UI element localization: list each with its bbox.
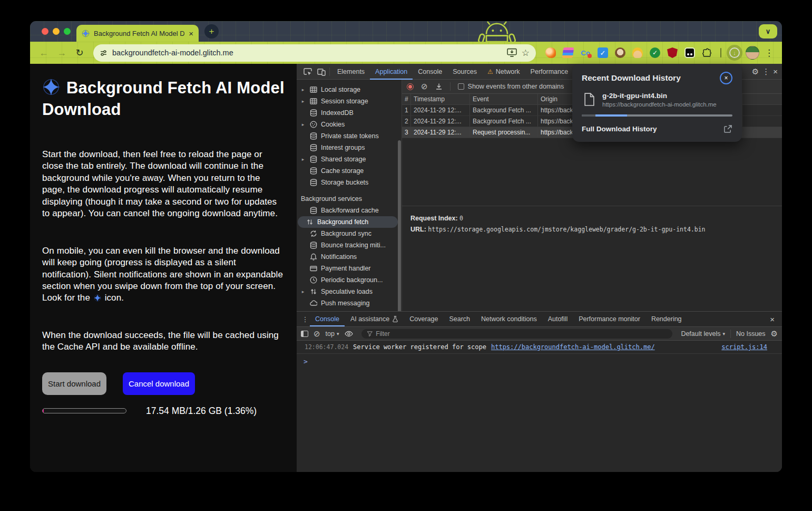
sidebar-item-cookies[interactable]: ▸Cookies xyxy=(297,119,402,130)
sidebar-item-payment-handler[interactable]: Payment handler xyxy=(297,263,402,274)
new-tab-button[interactable]: + xyxy=(204,24,219,38)
sidebar-item-cache-storage[interactable]: Cache storage xyxy=(297,165,402,177)
log-scope-link[interactable]: https://backgroundfetch-ai-model.glitch.… xyxy=(491,343,655,351)
tab-sources[interactable]: Sources xyxy=(447,64,482,80)
install-app-icon[interactable] xyxy=(507,48,517,57)
inspect-element-icon[interactable] xyxy=(301,65,315,79)
sidebar-item-bounce-tracking[interactable]: Bounce tracking miti... xyxy=(297,239,402,251)
download-filename[interactable]: g-2b-it-gpu-int4.bin xyxy=(602,92,717,100)
paragraph-2: On mobile, you can even kill the browser… xyxy=(42,245,285,304)
tab-search-chevron-button[interactable]: ∨ xyxy=(759,24,777,38)
extension-blue-check-icon[interactable]: ✓ xyxy=(598,47,608,58)
col-event[interactable]: Event xyxy=(470,94,538,104)
profile-avatar[interactable] xyxy=(746,46,759,60)
cancel-download-button[interactable]: Cancel download xyxy=(123,372,195,395)
issues-counter[interactable]: No Issues xyxy=(736,330,766,338)
checkbox-icon[interactable] xyxy=(458,83,464,90)
extension-dark-square-icon[interactable] xyxy=(684,47,695,58)
browser-tab[interactable]: Background Fetch AI Model D × xyxy=(76,25,199,42)
sidebar-item-periodic-background-sync[interactable]: Periodic backgroun... xyxy=(297,274,402,286)
tab-close-icon[interactable]: × xyxy=(189,30,193,37)
sidebar-item-back-forward-cache[interactable]: Back/forward cache xyxy=(297,205,402,216)
save-events-icon[interactable] xyxy=(435,83,443,90)
clear-console-icon[interactable]: ⊘ xyxy=(314,329,320,339)
drawer-tab-performance-monitor[interactable]: Performance monitor xyxy=(573,312,645,326)
extensions-puzzle-icon[interactable] xyxy=(702,48,712,58)
context-selector[interactable]: top▾ xyxy=(326,330,339,338)
download-item[interactable]: g-2b-it-gpu-int4.bin https://backgroundf… xyxy=(582,92,732,108)
back-button[interactable]: ← xyxy=(36,45,51,60)
col-num[interactable]: # xyxy=(402,94,411,104)
drawer-tab-console[interactable]: Console xyxy=(310,312,345,326)
expand-caret-icon[interactable]: ▸ xyxy=(300,289,306,294)
tab-performance[interactable]: Performance xyxy=(525,64,574,80)
drawer-tab-rendering[interactable]: Rendering xyxy=(646,312,687,326)
sidebar-item-local-storage[interactable]: ▸Local storage xyxy=(297,84,402,95)
tab-application[interactable]: Application xyxy=(370,64,413,80)
window-minimize-button[interactable] xyxy=(53,28,60,35)
drawer-close-icon[interactable]: × xyxy=(770,315,778,324)
reload-button[interactable]: ↻ xyxy=(72,45,87,60)
console-filter[interactable] xyxy=(361,329,673,339)
expand-caret-icon[interactable]: ▸ xyxy=(300,99,306,104)
sidebar-item-background-fetch[interactable]: Background fetch xyxy=(298,216,398,228)
live-expression-eye-icon[interactable] xyxy=(345,331,353,337)
window-close-button[interactable] xyxy=(42,28,48,35)
extension-stripes-icon[interactable] xyxy=(562,47,574,58)
chrome-menu-icon[interactable]: ⋮ xyxy=(762,47,776,59)
console-settings-gear-icon[interactable]: ⚙ xyxy=(771,329,778,339)
tab-console[interactable]: Console xyxy=(413,64,447,80)
forward-button[interactable]: → xyxy=(54,45,69,60)
popup-close-icon[interactable]: × xyxy=(720,72,732,84)
full-download-history-row[interactable]: Full Download History xyxy=(582,124,732,133)
console-sidebar-toggle-icon[interactable] xyxy=(301,331,308,337)
sidebar-item-session-storage[interactable]: ▸Session storage xyxy=(297,95,402,107)
drawer-tab-search[interactable]: Search xyxy=(444,312,475,326)
devtools-settings-gear-icon[interactable]: ⚙ xyxy=(752,67,759,76)
sidebar-item-background-sync[interactable]: Background sync xyxy=(297,228,402,239)
bookmark-star-icon[interactable]: ☆ xyxy=(522,47,530,59)
start-download-button[interactable]: Start download xyxy=(42,372,106,395)
record-events-button[interactable] xyxy=(407,83,414,90)
log-source-link[interactable]: script.js:14 xyxy=(721,343,767,351)
sidebar-item-interest-groups[interactable]: Interest groups xyxy=(297,142,402,153)
drawer-tab-ai-assistance[interactable]: AI assistance xyxy=(345,312,404,326)
extension-fox-icon[interactable] xyxy=(545,47,556,58)
extension-shield-icon[interactable] xyxy=(667,47,678,58)
expand-caret-icon[interactable]: ▸ xyxy=(300,87,306,92)
sidebar-item-shared-storage[interactable]: ▸Shared storage xyxy=(297,153,402,165)
drawer-more-tabs-icon[interactable]: ⋮ xyxy=(301,312,309,326)
sidebar-item-push-messaging[interactable]: Push messaging xyxy=(297,297,402,309)
site-settings-tune-icon[interactable] xyxy=(100,49,107,57)
sidebar-item-speculative-loads[interactable]: ▸Speculative loads xyxy=(297,286,402,297)
extension-monkey-icon[interactable] xyxy=(615,47,625,58)
drawer-tab-autofill[interactable]: Autofill xyxy=(543,312,573,326)
extension-co-icon[interactable]: Co xyxy=(580,47,591,58)
url-text[interactable]: backgroundfetch-ai-model.glitch.me xyxy=(112,49,502,57)
log-levels-selector[interactable]: Default levels▾ xyxy=(681,330,725,338)
sidebar-scrollbar-thumb[interactable] xyxy=(398,140,401,311)
console-prompt[interactable]: > xyxy=(297,354,782,365)
extension-worker-icon[interactable] xyxy=(632,47,643,58)
sidebar-item-indexeddb[interactable]: IndexedDB xyxy=(297,107,402,119)
drawer-tab-coverage[interactable]: Coverage xyxy=(404,312,443,326)
extension-green-check-icon[interactable]: ✓ xyxy=(650,47,660,58)
sidebar-item-notifications[interactable]: Notifications xyxy=(297,251,402,263)
tab-elements[interactable]: Elements xyxy=(332,64,370,80)
sidebar-item-storage-buckets[interactable]: Storage buckets xyxy=(297,177,402,188)
clear-events-icon[interactable]: ⊘ xyxy=(421,82,428,91)
url-bar[interactable]: backgroundfetch-ai-model.glitch.me ☆ xyxy=(93,44,536,62)
tab-network[interactable]: ⚠Network xyxy=(482,64,525,80)
show-events-checkbox[interactable]: Show events from other domains xyxy=(458,83,564,90)
downloads-button-active[interactable]: ↓ xyxy=(727,45,742,61)
expand-caret-icon[interactable]: ▸ xyxy=(300,122,306,127)
console-filter-input[interactable] xyxy=(376,330,667,338)
sidebar-item-private-state-tokens[interactable]: Private state tokens xyxy=(297,130,402,142)
devtools-close-icon[interactable]: × xyxy=(773,67,778,76)
col-timestamp[interactable]: Timestamp xyxy=(411,94,470,104)
expand-caret-icon[interactable]: ▸ xyxy=(300,157,306,162)
window-maximize-button[interactable] xyxy=(64,28,71,35)
devtools-more-menu-icon[interactable]: ⋮ xyxy=(762,67,770,76)
device-toolbar-icon[interactable] xyxy=(315,65,328,79)
drawer-tab-network-conditions[interactable]: Network conditions xyxy=(476,312,542,326)
